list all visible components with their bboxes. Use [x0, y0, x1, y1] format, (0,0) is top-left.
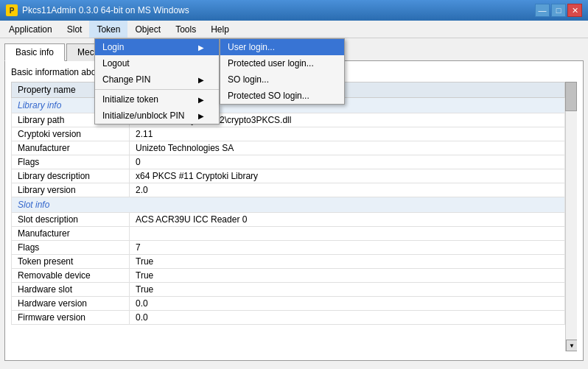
property-name: Flags	[12, 241, 130, 255]
tab-basic-info[interactable]: Basic info	[4, 43, 65, 61]
property-name: Library version	[12, 183, 130, 197]
tab-content-basic-info: Basic information about the token Proper…	[4, 61, 584, 361]
property-value: 0.0	[130, 297, 565, 311]
table-row: Flags0	[12, 155, 565, 169]
token-menu-change-pin[interactable]: Change PIN ▶	[95, 71, 219, 88]
table-row: Manufacturer	[12, 227, 565, 241]
table-row: Removable deviceTrue	[12, 269, 565, 283]
property-name: Hardware slot	[12, 283, 130, 297]
token-menu-logout[interactable]: Logout	[95, 55, 219, 71]
title-bar: P Pkcs11Admin 0.3.0 64-bit on MS Windows…	[0, 0, 588, 21]
property-name: Removable device	[12, 269, 130, 283]
property-name: Flags	[12, 155, 130, 169]
property-value: 7	[130, 241, 565, 255]
table-row: ManufacturerUnizeto Technologies SA	[12, 141, 565, 155]
scroll-down-button[interactable]: ▼	[566, 340, 577, 351]
section-label: Slot info	[12, 197, 565, 213]
scrollbar-thumb[interactable]	[565, 82, 577, 111]
table-row: Hardware slotTrue	[12, 283, 565, 297]
initialize-token-arrow: ▶	[198, 96, 204, 104]
property-value: x64 PKCS #11 Cryptoki Library	[130, 169, 565, 183]
table-row: Cryptoki version2.11	[12, 127, 565, 141]
property-value: True	[130, 255, 565, 269]
login-user-login[interactable]: User login...	[220, 39, 344, 55]
property-value	[130, 227, 565, 241]
menu-tools[interactable]: Tools	[168, 21, 203, 38]
menu-application[interactable]: Application	[1, 21, 60, 38]
property-name: Firmware version	[12, 311, 130, 325]
app-icon: P	[6, 4, 18, 16]
token-menu-login[interactable]: Login ▶	[95, 39, 219, 55]
property-value: True	[130, 269, 565, 283]
table-row: Flags7	[12, 241, 565, 255]
property-name: Token present	[12, 255, 130, 269]
property-name: Slot description	[12, 213, 130, 227]
change-pin-submenu-arrow: ▶	[198, 76, 204, 84]
table-row: Firmware version0.0	[12, 311, 565, 325]
property-value: Unizeto Technologies SA	[130, 141, 565, 155]
maximize-button[interactable]: □	[551, 4, 566, 17]
close-button[interactable]: ✕	[567, 4, 582, 17]
title-bar-left: P Pkcs11Admin 0.3.0 64-bit on MS Windows	[6, 4, 189, 16]
menu-bar: Application Slot Token Object Tools Help…	[0, 21, 588, 38]
initialize-pin-arrow: ▶	[198, 112, 204, 120]
table-row: Library descriptionx64 PKCS #11 Cryptoki…	[12, 169, 565, 183]
token-menu-initialize-token[interactable]: Initialize token ▶	[95, 91, 219, 108]
menu-object[interactable]: Object	[127, 21, 168, 38]
title-text: Pkcs11Admin 0.3.0 64-bit on MS Windows	[22, 5, 189, 15]
login-protected-user-login[interactable]: Protected user login...	[220, 55, 344, 71]
property-name: Cryptoki version	[12, 127, 130, 141]
property-name: Library description	[12, 169, 130, 183]
property-name: Manufacturer	[12, 227, 130, 241]
scrollbar-track[interactable]: ▲ ▼	[565, 82, 577, 351]
table-section-header: Slot info	[12, 197, 565, 213]
menu-slot[interactable]: Slot	[60, 21, 90, 38]
table-row: Library version2.0	[12, 183, 565, 197]
property-value: 2.0	[130, 183, 565, 197]
table-row: Hardware version0.0	[12, 297, 565, 311]
token-menu-initialize-pin[interactable]: Initialize/unblock PIN ▶	[95, 108, 219, 124]
menu-help[interactable]: Help	[203, 21, 237, 38]
property-name: Hardware version	[12, 297, 130, 311]
login-so-login[interactable]: SO login...	[220, 71, 344, 88]
token-dropdown: Login ▶ Logout Change PIN ▶ Initialize t…	[94, 38, 220, 124]
token-menu-separator	[95, 89, 219, 90]
login-submenu-arrow: ▶	[198, 43, 204, 52]
property-value: 0.0	[130, 311, 565, 325]
login-protected-so-login[interactable]: Protected SO login...	[220, 88, 344, 104]
property-value: 2.11	[130, 127, 565, 141]
table-row: Token presentTrue	[12, 255, 565, 269]
property-value: ACS ACR39U ICC Reader 0	[130, 213, 565, 227]
property-value: 0	[130, 155, 565, 169]
minimize-button[interactable]: —	[535, 4, 550, 17]
title-buttons: — □ ✕	[535, 4, 582, 17]
menu-token[interactable]: Token	[89, 21, 127, 38]
login-submenu: User login... Protected user login... SO…	[220, 38, 345, 105]
property-name: Manufacturer	[12, 141, 130, 155]
property-value: True	[130, 283, 565, 297]
table-row: Slot descriptionACS ACR39U ICC Reader 0	[12, 213, 565, 227]
